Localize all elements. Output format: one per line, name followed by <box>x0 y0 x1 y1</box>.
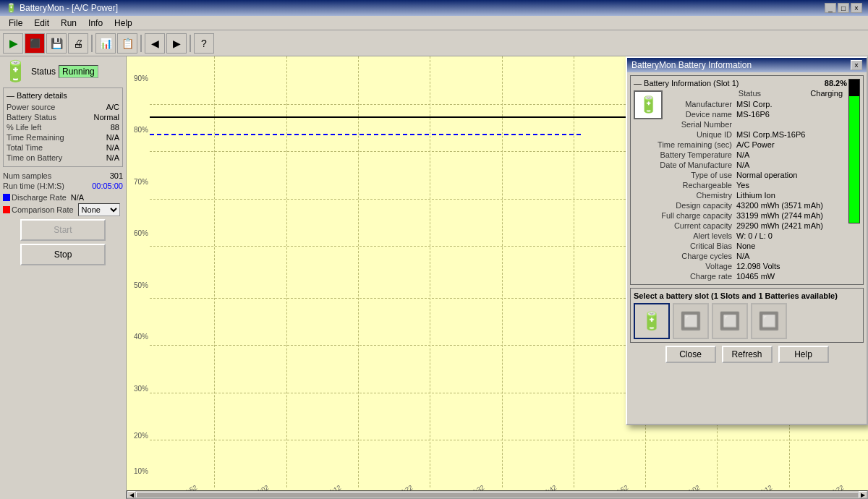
minimize-button[interactable]: _ <box>825 3 836 13</box>
field-label: Alert levels <box>634 231 735 241</box>
status-field-label: Status <box>667 89 761 98</box>
tb-back[interactable]: ◀ <box>145 33 165 54</box>
title-bar-controls[interactable]: _ □ × <box>825 3 862 13</box>
table-row: Charge rate10465 mW <box>634 271 860 281</box>
tb-forward[interactable]: ▶ <box>166 33 187 54</box>
start-button[interactable]: Start <box>20 219 106 241</box>
tb-new[interactable]: ▶ <box>3 33 23 54</box>
battery-info-dialog: BatteryMon Battery Information × — Batte… <box>626 56 868 425</box>
table-row: Voltage12.098 Volts <box>634 261 860 271</box>
menu-help[interactable]: Help <box>109 17 138 30</box>
slot-icon-1[interactable]: 🔲 <box>673 303 709 339</box>
grid-v-4 <box>430 56 430 487</box>
table-row: Critical BiasNone <box>634 241 860 251</box>
scrollbar-left-arrow[interactable]: ◀ <box>127 491 136 498</box>
field-value: A/C Power <box>735 140 860 150</box>
battery-info-section: — Battery Information (Slot 1) 🔋 88.2% S… <box>630 75 864 285</box>
field-value: N/A <box>735 150 860 160</box>
grid-v-2 <box>286 56 287 487</box>
field-label: Voltage <box>634 261 735 271</box>
menu-run[interactable]: Run <box>55 17 82 30</box>
field-value: Normal operation <box>735 170 860 180</box>
status-row: Status Charging <box>667 89 860 98</box>
time-remaining-row: Time Remaining N/A <box>7 133 119 142</box>
field-value: 43200 mWh (3571 mAh) <box>735 200 860 210</box>
app-logo: 🔋 <box>3 59 28 83</box>
power-source-row: Power source A/C <box>7 103 119 111</box>
field-label: Full charge capacity <box>634 210 735 221</box>
y-label-60: 60% <box>134 229 148 237</box>
tb-help[interactable]: ? <box>194 33 214 54</box>
num-samples-value: 301 <box>110 171 123 180</box>
tb-copy[interactable]: 📋 <box>117 33 137 54</box>
close-button[interactable]: Close <box>665 346 716 363</box>
menu-info[interactable]: Info <box>82 17 109 30</box>
scrollbar-thumb[interactable] <box>136 492 859 498</box>
menu-bar: File Edit Run Info Help <box>0 16 868 30</box>
comparison-rate-row: Comparison Rate None Fast Normal Slow <box>3 203 123 216</box>
table-row: Date of ManufactureN/A <box>634 160 860 170</box>
slots-title: Select a battery slot (1 Slots and 1 Bat… <box>634 291 860 300</box>
field-label: Type of use <box>634 170 735 180</box>
slot-icon-3[interactable]: 🔲 <box>751 303 787 339</box>
tb-chart[interactable]: 📊 <box>95 33 116 54</box>
dialog-buttons: Close Refresh Help <box>630 346 864 363</box>
status-value: Running <box>59 65 98 78</box>
stop-button[interactable]: Stop <box>20 244 106 265</box>
tb-stop[interactable]: ⬛ <box>25 33 45 54</box>
status-label-text: Status <box>31 67 56 77</box>
title-bar-left: 🔋 BatteryMon - [A/C Power] <box>6 3 118 13</box>
total-time-value: N/A <box>106 143 119 152</box>
discharge-rate-label: Discharge Rate <box>12 193 67 202</box>
left-panel: 🔋 Status Running — Battery details Power… <box>0 56 127 499</box>
slot-icon-2[interactable]: 🔲 <box>712 303 748 339</box>
dialog-title-bar: BatteryMon Battery Information × <box>627 58 867 72</box>
field-value: None <box>735 241 860 251</box>
field-label: Charge cycles <box>634 251 735 261</box>
battery-icon: 🔋 <box>634 90 663 119</box>
comparison-rate-label: Comparison Rate <box>12 205 74 214</box>
num-samples-row: Num samples 301 <box>3 171 123 180</box>
dialog-title: BatteryMon Battery Information <box>631 60 752 70</box>
grid-h-20 <box>150 440 868 440</box>
y-label-80: 80% <box>134 126 148 134</box>
life-left-label: % Life left <box>7 123 41 132</box>
field-label: Battery Temperature <box>634 150 735 160</box>
close-button[interactable]: × <box>851 3 862 13</box>
comparison-rate-select[interactable]: None Fast Normal Slow <box>78 203 120 216</box>
menu-file[interactable]: File <box>3 17 28 30</box>
y-label-50: 50% <box>134 281 148 289</box>
field-value: Lithium Ion <box>735 190 860 200</box>
tb-print[interactable]: 🖨 <box>68 33 88 54</box>
time-remaining-label: Time Remaining <box>7 133 64 142</box>
field-label: Serial Number <box>634 119 735 129</box>
dialog-close-button[interactable]: × <box>851 60 862 70</box>
field-value: 10465 mW <box>735 271 860 281</box>
field-label: Design capacity <box>634 200 735 210</box>
life-left-value: 88 <box>111 123 119 132</box>
table-row: Full charge capacity33199 mWh (2744 mAh) <box>634 210 860 221</box>
slot-icons-container: 🔋 🔲 🔲 🔲 <box>634 303 860 339</box>
table-row: ManufacturerMSI Corp. <box>634 99 860 109</box>
table-row: Type of useNormal operation <box>634 170 860 180</box>
help-button[interactable]: Help <box>778 346 829 363</box>
menu-edit[interactable]: Edit <box>28 17 55 30</box>
field-value: MSI Corp. <box>735 99 860 109</box>
time-on-battery-row: Time on Battery N/A <box>7 153 119 162</box>
table-row: Design capacity43200 mWh (3571 mAh) <box>634 200 860 210</box>
main-layout: 🔋 Status Running — Battery details Power… <box>0 56 868 499</box>
refresh-button[interactable]: Refresh <box>722 346 773 363</box>
grid-v-6 <box>574 56 574 487</box>
chart-area: 90% 80% 70% 60% 50% 40% 30% 20% 10% <box>127 56 868 499</box>
status-field-value: Charging <box>810 89 843 98</box>
maximize-button[interactable]: □ <box>838 3 849 13</box>
discharge-color-indicator <box>3 194 10 201</box>
scrollbar-right-arrow[interactable]: ▶ <box>859 491 867 498</box>
toolbar-separator-2 <box>140 35 142 52</box>
horizontal-scrollbar[interactable]: ◀ ▶ <box>127 490 868 499</box>
tb-save[interactable]: 💾 <box>46 33 67 54</box>
battery-icon-container: 🔋 <box>634 90 664 121</box>
slot-icon-0[interactable]: 🔋 <box>634 303 670 339</box>
time-on-battery-value: N/A <box>106 153 119 162</box>
percent-bar <box>848 79 860 223</box>
